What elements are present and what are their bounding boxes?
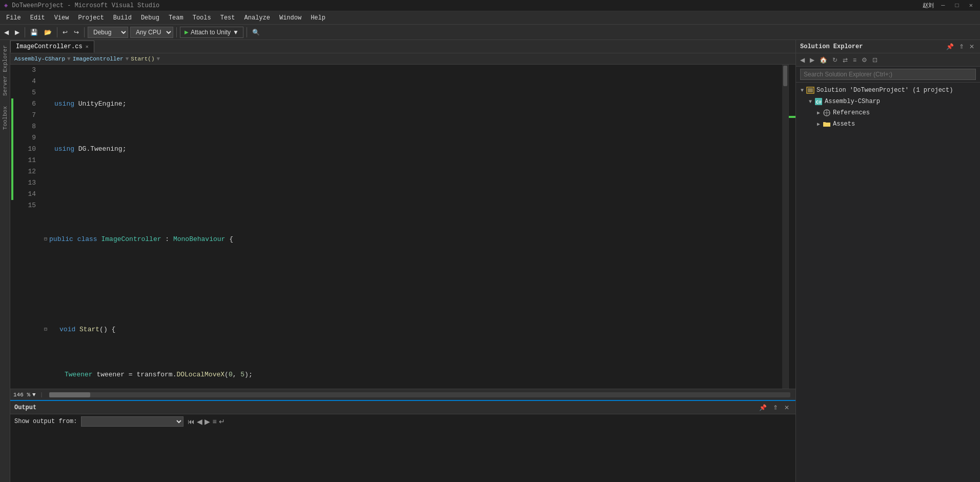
menu-view[interactable]: View [50, 13, 73, 23]
server-explorer-panel: Server Explorer Toolbox [0, 40, 10, 482]
debug-config-dropdown[interactable]: Debug Release [88, 27, 128, 38]
se-search-input[interactable] [800, 69, 976, 80]
output-filter-btn[interactable]: ≡ [212, 417, 216, 426]
code-content[interactable]: using UnityEngine; using DG.Tweening; ⊟ [40, 65, 782, 389]
breadcrumb-class[interactable]: ImageController [73, 56, 124, 62]
tree-assembly[interactable]: ▼ C# Assembly-CSharp [796, 96, 980, 107]
fold-8[interactable]: ⊟ [44, 324, 47, 335]
toolbar-save[interactable]: 💾 [28, 28, 40, 37]
tab-imagectroller-label: ImageController.cs [16, 43, 83, 50]
menu-tools[interactable]: Tools [189, 13, 215, 23]
se-pin-btn[interactable]: 📌 [945, 43, 955, 51]
window-minimize[interactable]: ─ [938, 2, 948, 9]
output-pin-btn[interactable]: 📌 [757, 403, 769, 412]
menu-help[interactable]: Help [307, 13, 330, 23]
breadcrumb-method[interactable]: Start() [131, 56, 154, 62]
se-filter-btn[interactable]: ≡ [851, 56, 859, 64]
menu-build[interactable]: Build [109, 13, 136, 23]
output-body: Show output from: ⏮ ◀ ▶ ≡ ↵ [10, 414, 795, 429]
expand-assets[interactable]: ▶ [814, 120, 823, 128]
output-wrap-btn[interactable]: ↵ [219, 417, 225, 426]
code-line-4: using DG.Tweening; [44, 144, 782, 155]
menu-debug[interactable]: Debug [137, 13, 164, 23]
attach-dropdown-arrow: ▼ [233, 29, 239, 36]
editor-scrollbar[interactable] [782, 65, 788, 389]
menu-window[interactable]: Window [275, 13, 305, 23]
menu-project[interactable]: Project [74, 13, 108, 23]
window-maximize[interactable]: □ [952, 2, 962, 9]
output-float-btn[interactable]: ⇑ [771, 403, 780, 412]
window-close[interactable]: ✕ [966, 2, 976, 9]
menu-analyze[interactable]: Analyze [240, 13, 274, 23]
assets-label: Assets [833, 120, 855, 128]
se-close-btn[interactable]: ✕ [968, 43, 976, 51]
tab-bar: ImageController.cs ✕ [10, 40, 795, 53]
toolbar-back[interactable]: ◀ [2, 28, 11, 37]
tree-assets[interactable]: ▶ Assets [796, 118, 980, 130]
solution-icon [806, 86, 814, 94]
se-refresh-btn[interactable]: ↻ [830, 56, 840, 64]
output-prev-btn[interactable]: ◀ [197, 417, 202, 426]
toolbar-sep-3 [84, 27, 85, 37]
tab-imagectroller[interactable]: ImageController.cs ✕ [10, 41, 94, 53]
code-breadcrumb: Assembly-CSharp ▼ ImageController ▼ Star… [10, 53, 795, 65]
scrollbar-thumb[interactable] [783, 66, 787, 86]
ruler-mark [789, 116, 795, 118]
toolbar-forward[interactable]: ▶ [13, 28, 22, 37]
expand-solution[interactable]: ▼ [798, 86, 806, 94]
platform-dropdown[interactable]: Any CPU [130, 27, 173, 38]
vs-logo: ◈ [4, 2, 8, 9]
menu-file[interactable]: File [2, 13, 25, 23]
references-label: References [833, 109, 870, 116]
output-header: Output 📌 ⇑ ✕ [10, 401, 795, 414]
se-back-btn[interactable]: ◀ [798, 56, 807, 64]
zoom-dropdown[interactable]: ▼ [32, 392, 36, 398]
play-icon: ▶ [185, 29, 189, 35]
toolbox-label[interactable]: Toolbox [1, 101, 9, 135]
menu-test[interactable]: Test [216, 13, 239, 23]
toolbar: ◀ ▶ 💾 📂 ↩ ↪ Debug Release Any CPU ▶ Atta… [0, 25, 980, 40]
svg-text:C#: C# [816, 100, 822, 105]
editor-container: ImageController.cs ✕ Assembly-CSharp ▼ I… [10, 40, 795, 482]
se-header: Solution Explorer 📌 ⇑ ✕ [796, 40, 980, 53]
menu-team[interactable]: Team [165, 13, 188, 23]
menu-bar: File Edit View Project Build Debug Team … [0, 11, 980, 25]
se-sync-btn[interactable]: ⇄ [841, 56, 850, 64]
toolbar-open[interactable]: 📂 [42, 28, 54, 37]
se-tree: ▼ Solution 'DoTweenProject' (1 project) … [796, 83, 980, 482]
line-numbers: 3 4 5 6 7 8 9 10 11 12 13 14 15 [14, 65, 40, 389]
se-more-btn[interactable]: ⊡ [870, 56, 880, 64]
zoom-bar: 146 % ▼ | [10, 389, 795, 400]
tree-solution[interactable]: ▼ Solution 'DoTweenProject' (1 project) [796, 85, 980, 96]
output-title: Output [14, 404, 36, 411]
output-controls: 📌 ⇑ ✕ [757, 403, 791, 412]
fold-6[interactable]: ⊟ [44, 234, 47, 245]
assembly-label: Assembly-CSharp [825, 98, 880, 105]
se-home-btn[interactable]: 🏠 [818, 56, 829, 64]
tab-close-imagectroller[interactable]: ✕ [86, 44, 89, 50]
toolbar-search[interactable]: 🔍 [250, 28, 262, 37]
se-collapse-btn[interactable]: ⇑ [957, 43, 966, 51]
output-close-btn[interactable]: ✕ [782, 403, 791, 412]
expand-references[interactable]: ▶ [814, 109, 823, 117]
se-forward-btn[interactable]: ▶ [808, 56, 816, 64]
menu-edit[interactable]: Edit [26, 13, 49, 23]
left-margin [10, 65, 14, 389]
toolbar-sep-5 [247, 27, 247, 37]
tree-references[interactable]: ▶ References [796, 107, 980, 118]
toolbar-redo[interactable]: ↪ [72, 28, 81, 37]
output-source-select[interactable] [81, 416, 183, 427]
server-explorer-label[interactable]: Server Explorer [1, 40, 9, 101]
output-next-btn[interactable]: ▶ [205, 417, 210, 426]
breadcrumb-assembly[interactable]: Assembly-CSharp [14, 56, 65, 62]
code-editor[interactable]: 3 4 5 6 7 8 9 10 11 12 13 14 15 [10, 65, 795, 389]
toolbar-undo[interactable]: ↩ [60, 28, 70, 37]
show-output-label: Show output from: [14, 418, 77, 425]
output-first-btn[interactable]: ⏮ [188, 417, 195, 426]
code-line-5 [44, 189, 782, 200]
title-bar: ◈ DoTweenProject - Microsoft Visual Stud… [0, 0, 980, 11]
attach-to-unity-button[interactable]: ▶ Attach to Unity ▼ [180, 27, 243, 38]
se-settings-btn[interactable]: ⚙ [860, 56, 869, 64]
expand-assembly[interactable]: ▼ [806, 97, 814, 106]
code-line-6: ⊟ public class ImageController : MonoBeh… [44, 234, 782, 245]
